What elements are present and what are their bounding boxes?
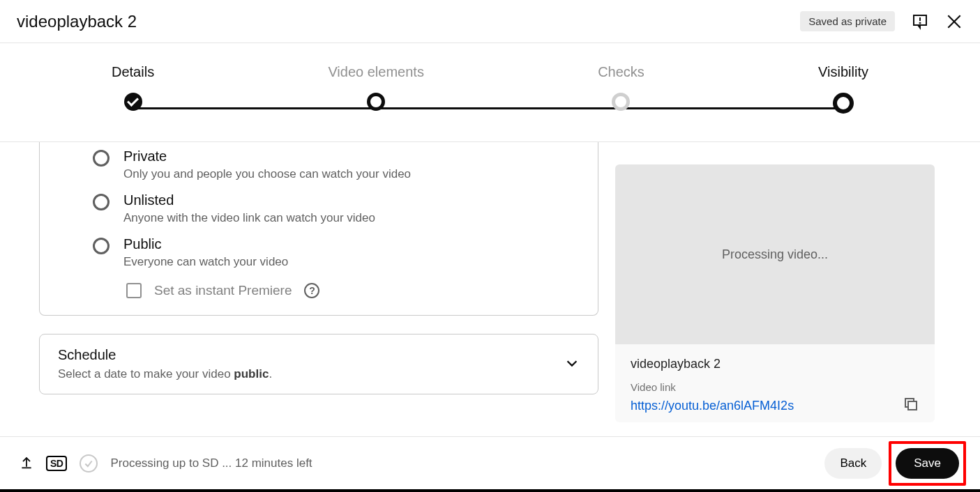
upload-stepper: Details Video elements Checks Visibility [0, 43, 980, 142]
schedule-title: Schedule [58, 347, 272, 363]
chevron-down-icon [564, 355, 580, 374]
svg-point-2 [920, 22, 921, 23]
premiere-checkbox[interactable] [126, 283, 142, 298]
option-desc: Everyone can watch your video [123, 255, 288, 269]
option-desc: Only you and people you choose can watch… [123, 167, 411, 181]
preview-card: Processing video... videoplayback 2 Vide… [615, 164, 935, 422]
video-thumbnail: Processing video... [615, 164, 935, 344]
premiere-row: Set as instant Premiere ? [40, 273, 598, 298]
svg-rect-5 [908, 401, 917, 410]
main-content: Private Only you and people you choose c… [0, 142, 980, 443]
step-dot-icon [367, 93, 385, 111]
video-link-label: Video link [631, 381, 919, 393]
option-title: Unlisted [123, 192, 375, 208]
check-icon [124, 93, 142, 111]
premiere-label: Set as instant Premiere [154, 283, 292, 298]
sd-badge: SD [46, 456, 67, 471]
step-label: Checks [598, 64, 644, 80]
save-status-badge: Saved as private [800, 11, 895, 31]
preview-video-title: videoplayback 2 [631, 357, 919, 371]
step-visibility[interactable]: Visibility [818, 64, 868, 114]
visibility-panel: Private Only you and people you choose c… [39, 142, 598, 443]
visibility-option-public[interactable]: Public Everyone can watch your video [40, 229, 598, 273]
dialog-title: videoplayback 2 [17, 12, 137, 31]
processing-status: Processing up to SD ... 12 minutes left [110, 456, 312, 470]
upload-icon [20, 455, 33, 472]
processing-text: Processing video... [722, 247, 828, 262]
preview-panel: Processing video... videoplayback 2 Vide… [615, 142, 947, 443]
option-title: Public [123, 236, 288, 252]
schedule-desc: Select a date to make your video public. [58, 367, 272, 381]
schedule-section[interactable]: Schedule Select a date to make your vide… [39, 334, 598, 394]
copy-icon[interactable] [903, 396, 919, 415]
annotation-highlight: Save [889, 441, 966, 486]
visibility-option-unlisted[interactable]: Unlisted Anyone with the video link can … [40, 185, 598, 229]
step-dot-icon [612, 93, 630, 111]
back-button[interactable]: Back [824, 448, 882, 479]
close-icon[interactable] [945, 13, 963, 31]
step-label: Visibility [818, 64, 868, 80]
dialog-header: videoplayback 2 Saved as private [0, 0, 980, 43]
visibility-option-private[interactable]: Private Only you and people you choose c… [40, 142, 598, 185]
footer-status: SD Processing up to SD ... 12 minutes le… [20, 454, 312, 472]
video-link[interactable]: https://youtu.be/an6lAFM4I2s [631, 399, 794, 413]
radio-icon [93, 150, 110, 167]
help-icon[interactable]: ? [304, 283, 319, 298]
option-desc: Anyone with the video link can watch you… [123, 211, 375, 225]
footer-actions: Back Save [824, 441, 966, 486]
radio-icon [93, 194, 110, 210]
header-actions: Saved as private [800, 11, 963, 31]
step-label: Video elements [328, 64, 424, 80]
option-title: Private [123, 148, 411, 164]
step-label: Details [112, 64, 154, 80]
save-button[interactable]: Save [896, 448, 959, 479]
radio-icon [93, 238, 110, 254]
feedback-icon[interactable] [912, 13, 928, 30]
step-checks[interactable]: Checks [598, 64, 644, 114]
step-video-elements[interactable]: Video elements [328, 64, 424, 114]
step-dot-active-icon [833, 93, 854, 114]
visibility-options: Private Only you and people you choose c… [39, 142, 598, 316]
step-details[interactable]: Details [112, 64, 154, 114]
dialog-footer: SD Processing up to SD ... 12 minutes le… [0, 436, 980, 492]
checks-status-icon [80, 454, 98, 472]
